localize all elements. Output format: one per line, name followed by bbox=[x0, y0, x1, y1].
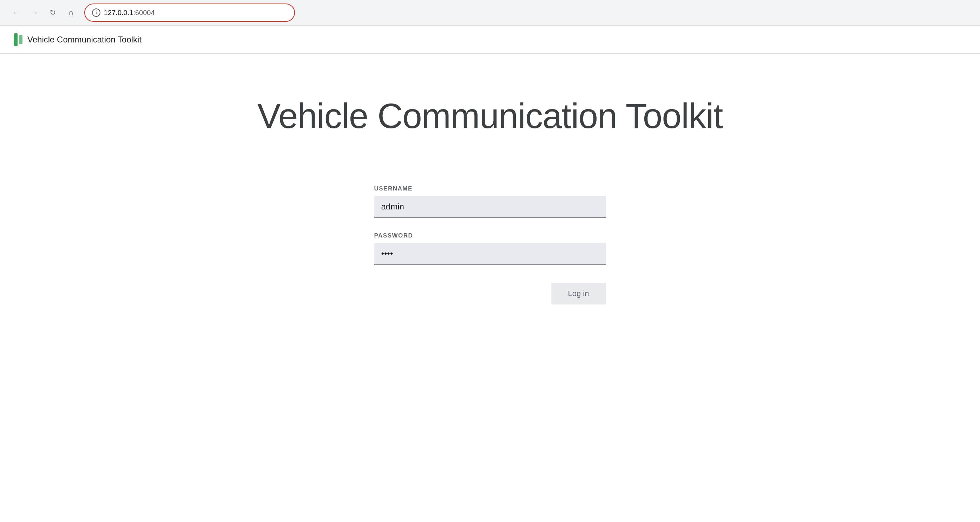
home-button[interactable] bbox=[63, 5, 79, 21]
app-header-title: Vehicle Communication Toolkit bbox=[27, 35, 142, 44]
password-label: PASSWORD bbox=[374, 232, 606, 239]
logo-bar-right bbox=[19, 35, 22, 44]
app-logo: Vehicle Communication Toolkit bbox=[14, 33, 142, 46]
password-group: PASSWORD bbox=[374, 232, 606, 265]
address-bar-wrapper: i 127.0.0.1:60004 bbox=[84, 3, 295, 22]
address-port: :60004 bbox=[133, 9, 154, 16]
browser-page: Vehicle Communication Toolkit Vehicle Co… bbox=[0, 25, 980, 522]
info-icon: i bbox=[92, 8, 100, 17]
username-input[interactable] bbox=[374, 196, 606, 218]
app-header: Vehicle Communication Toolkit bbox=[0, 25, 980, 54]
password-input[interactable] bbox=[374, 243, 606, 265]
username-group: USERNAME bbox=[374, 185, 606, 218]
nav-buttons bbox=[8, 5, 79, 21]
address-text: 127.0.0.1:60004 bbox=[104, 9, 155, 17]
home-icon bbox=[68, 8, 73, 17]
reload-button[interactable] bbox=[45, 5, 60, 21]
browser-chrome: i 127.0.0.1:60004 bbox=[0, 0, 980, 25]
login-button[interactable]: Log in bbox=[551, 283, 606, 305]
logo-bar-left bbox=[14, 33, 18, 46]
logo-icon bbox=[14, 33, 22, 46]
username-label: USERNAME bbox=[374, 185, 606, 192]
browser-toolbar: i 127.0.0.1:60004 bbox=[0, 0, 980, 25]
reload-icon bbox=[49, 8, 56, 17]
page-main-title: Vehicle Communication Toolkit bbox=[258, 96, 722, 136]
main-content: Vehicle Communication Toolkit USERNAME P… bbox=[0, 54, 980, 305]
address-host: 127.0.0.1 bbox=[104, 9, 133, 16]
login-form: USERNAME PASSWORD Log in bbox=[374, 185, 606, 305]
back-icon bbox=[12, 8, 20, 17]
address-bar[interactable]: i 127.0.0.1:60004 bbox=[84, 3, 295, 22]
forward-button[interactable] bbox=[27, 5, 42, 21]
back-button[interactable] bbox=[8, 5, 24, 21]
forward-icon bbox=[30, 8, 38, 17]
login-button-row: Log in bbox=[374, 283, 606, 305]
